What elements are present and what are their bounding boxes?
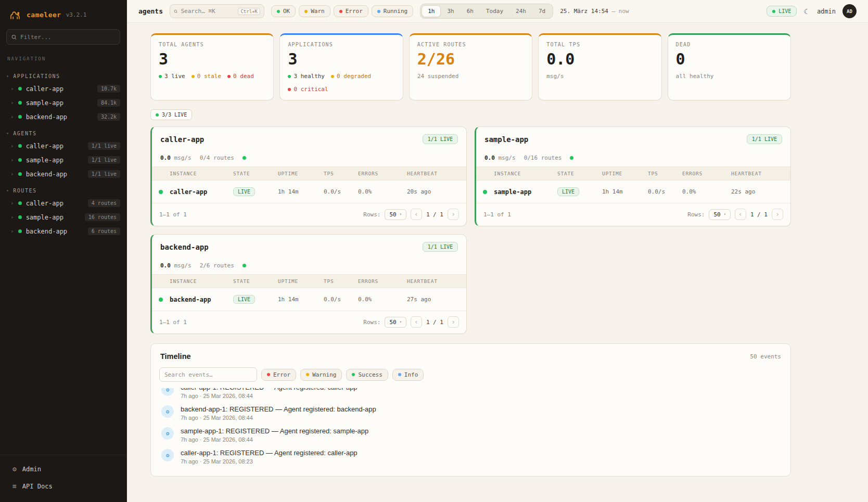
col-uptime: UPTIME	[278, 171, 324, 176]
ok-dot	[352, 373, 355, 376]
item-badge: 32.2k	[97, 113, 120, 121]
rows-per-page-select[interactable]: 50▾	[385, 209, 406, 220]
app-card-title: sample-app	[484, 135, 528, 144]
events-search-input[interactable]	[164, 371, 252, 378]
prev-page-button[interactable]: ‹	[411, 209, 422, 220]
range-button-24h[interactable]: 24h	[509, 5, 532, 17]
sidebar-section-applications: ▾ APPLICATIONS › caller-app 10.7k › samp…	[0, 70, 126, 124]
section-header-agents[interactable]: ▾ AGENTS	[0, 127, 126, 139]
events-list[interactable]: ⚙ caller-app-1: REGISTERED — Agent regis…	[158, 388, 783, 470]
timeline-chip-success[interactable]: Success	[346, 369, 388, 381]
error-dot	[227, 75, 231, 78]
timeline-chip-error[interactable]: Error	[261, 369, 296, 381]
sidebar-item-routes-sample-app[interactable]: › sample-app 16 routes	[0, 210, 126, 224]
table-row[interactable]: backend-app LIVE 1h 14m 0.0/s 0.0% 27s a…	[152, 288, 466, 311]
chevron-right-icon: ›	[10, 200, 14, 207]
filter-chip-ok[interactable]: OK	[271, 5, 296, 17]
event-time: 7h ago · 25 Mar 2026, 08:44	[181, 415, 376, 421]
col-errors: ERRORS	[358, 278, 407, 284]
item-label: backend-app	[26, 228, 67, 235]
warn-dot	[304, 10, 308, 13]
gear-icon: ⚙	[12, 465, 17, 473]
cell-tps: 0.0/s	[324, 188, 358, 195]
sidebar-item-agents-backend-app[interactable]: › backend-app 1/1 live	[0, 167, 126, 181]
sidebar-filter-input[interactable]	[20, 34, 115, 41]
tps-unit: msg/s	[499, 155, 516, 161]
rows-label: Rows:	[363, 319, 380, 326]
stat-card-active-routes: ACTIVE ROUTES 2/26 24 suspended	[409, 33, 532, 100]
admin-label: Admin	[22, 466, 41, 473]
col-errors: ERRORS	[358, 171, 407, 176]
stat-label: TOTAL TPS	[546, 42, 653, 47]
status-dot	[18, 201, 22, 205]
event-item[interactable]: ⚙ sample-app-1: REGISTERED — Agent regis…	[158, 424, 783, 446]
ok-dot	[159, 75, 162, 78]
event-item[interactable]: ⚙ backend-app-1: REGISTERED — Agent regi…	[158, 402, 783, 424]
status-dot	[159, 298, 163, 302]
sidebar-item-routes-backend-app[interactable]: › backend-app 6 routes	[0, 224, 126, 238]
filter-chip-running[interactable]: Running	[372, 5, 413, 17]
col-heartbeat: HEARTBEAT	[731, 171, 790, 176]
timeline-chip-warning[interactable]: Warning	[300, 369, 342, 381]
cell-instance: backend-app	[170, 296, 233, 303]
app-logo[interactable]: cameleer v3.2.1	[0, 0, 126, 27]
sidebar-item-agents-caller-app[interactable]: › caller-app 1/1 live	[0, 139, 126, 153]
main-content: TOTAL AGENTS 3 3 live 0 stale 0 dead APP…	[127, 23, 868, 502]
range-button-7d[interactable]: 7d	[532, 5, 552, 17]
search-icon	[11, 34, 17, 40]
section-label: APPLICATIONS	[13, 73, 60, 79]
event-item[interactable]: ⚙ caller-app-1: REGISTERED — Agent regis…	[158, 388, 783, 402]
date-range-display: 25. März 14:54 — now	[560, 8, 629, 15]
dark-mode-toggle[interactable]: ☾	[803, 7, 810, 16]
stat-value: 3	[159, 50, 265, 68]
tps-value: 0.0	[160, 262, 171, 269]
chip-label: Running	[384, 8, 407, 15]
sidebar-item-agents-sample-app[interactable]: › sample-app 1/1 live	[0, 153, 126, 167]
prev-page-button[interactable]: ‹	[411, 316, 422, 328]
filter-chip-warn[interactable]: Warn	[299, 5, 330, 17]
chevron-right-icon: ›	[10, 228, 14, 235]
state-badge: LIVE	[233, 187, 255, 196]
range-button-3h[interactable]: 3h	[441, 5, 460, 17]
search-input[interactable]	[181, 8, 235, 15]
sidebar-item-applications-backend-app[interactable]: › backend-app 32.2k	[0, 110, 126, 124]
sidebar-item-admin[interactable]: ⚙ Admin	[0, 460, 126, 478]
item-label: backend-app	[26, 171, 67, 178]
filter-chip-error[interactable]: Error	[334, 5, 368, 17]
chevron-right-icon: ›	[10, 214, 14, 221]
range-button-today[interactable]: Today	[480, 5, 509, 17]
item-label: backend-app	[26, 113, 67, 121]
app-name: cameleer	[27, 11, 61, 19]
next-page-button[interactable]: ›	[448, 209, 459, 220]
status-dot	[18, 144, 22, 148]
sidebar-filter	[6, 29, 120, 45]
item-badge: 6 routes	[88, 227, 120, 235]
nav-label: NAVIGATION	[0, 52, 126, 67]
range-button-6h[interactable]: 6h	[461, 5, 480, 17]
chip-label: Info	[404, 371, 418, 378]
sidebar-item-applications-sample-app[interactable]: › sample-app 84.1k	[0, 96, 126, 110]
section-header-applications[interactable]: ▾ APPLICATIONS	[0, 70, 126, 82]
global-search: Ctrl+K	[170, 4, 264, 18]
section-caret-icon: ▾	[6, 188, 9, 193]
prev-page-button[interactable]: ‹	[735, 209, 746, 220]
sidebar-item-routes-caller-app[interactable]: › caller-app 4 routes	[0, 196, 126, 210]
avatar[interactable]: AD	[843, 4, 857, 18]
event-item[interactable]: ⚙ caller-app-1: REGISTERED — Agent regis…	[158, 446, 783, 468]
timeline-chip-info[interactable]: Info	[392, 369, 424, 381]
moon-icon: ☾	[803, 7, 810, 16]
section-header-routes[interactable]: ▾ ROUTES	[0, 184, 126, 196]
item-label: caller-app	[26, 200, 63, 207]
stat-card-total-agents: TOTAL AGENTS 3 3 live 0 stale 0 dead	[150, 33, 274, 100]
next-page-button[interactable]: ›	[772, 209, 783, 220]
rows-per-page-select[interactable]: 50▾	[385, 317, 406, 328]
table-row[interactable]: sample-app LIVE 1h 14m 0.0/s 0.0% 22s ag…	[476, 181, 790, 203]
range-button-1h[interactable]: 1h	[422, 5, 441, 17]
next-page-button[interactable]: ›	[448, 316, 459, 328]
search-icon	[174, 8, 178, 15]
rows-per-page-select[interactable]: 50▾	[709, 209, 730, 220]
sidebar-item-applications-caller-app[interactable]: › caller-app 10.7k	[0, 82, 126, 96]
event-title: caller-app-1: REGISTERED — Agent registe…	[181, 388, 358, 391]
table-row[interactable]: caller-app LIVE 1h 14m 0.0/s 0.0% 20s ag…	[152, 181, 466, 203]
sidebar-item-api-docs[interactable]: ≡ API Docs	[0, 478, 126, 495]
